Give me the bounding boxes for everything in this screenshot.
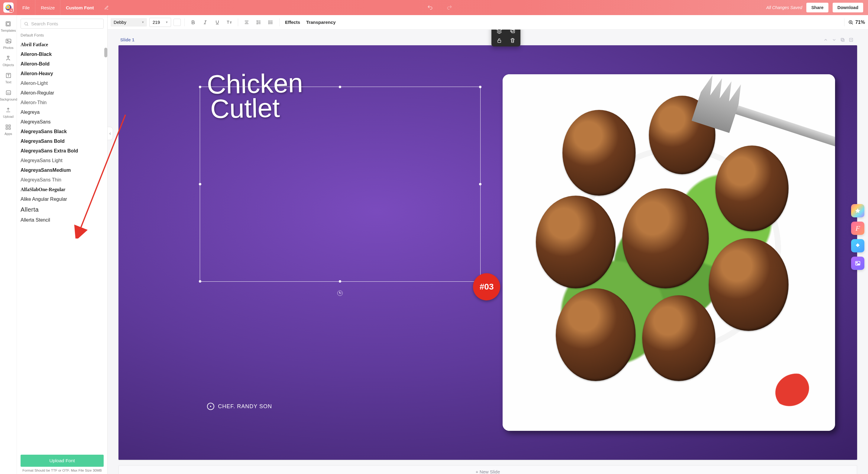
app-logo[interactable]: ✦ xyxy=(0,0,17,15)
float-image-icon[interactable] xyxy=(851,257,864,270)
italic-icon[interactable] xyxy=(200,18,210,27)
resize-handle[interactable] xyxy=(339,280,341,282)
font-family-select[interactable]: Debby ▾ xyxy=(111,18,147,27)
font-list-item[interactable]: AlegreyaSans Thin xyxy=(21,175,104,185)
lock-icon[interactable] xyxy=(494,37,504,43)
text-color-swatch[interactable] xyxy=(174,19,181,26)
font-list-item[interactable]: AlegreyaSansMedium xyxy=(21,165,104,175)
copy-icon[interactable] xyxy=(508,30,518,34)
rail-objects[interactable]: Objects xyxy=(3,55,14,67)
underline-icon[interactable] xyxy=(213,18,222,27)
font-list-item[interactable]: Abril Fatface xyxy=(21,40,104,49)
font-list-item[interactable]: AlfaSlabOne-Regular xyxy=(21,185,104,195)
font-list-item[interactable]: Aileron-Thin xyxy=(21,98,104,107)
context-menu xyxy=(491,30,521,46)
slide-label: Slide 1 xyxy=(120,37,134,42)
float-fill-icon[interactable] xyxy=(851,239,864,252)
search-input-wrap[interactable] xyxy=(21,19,104,29)
resize-handle[interactable] xyxy=(479,86,482,88)
resize-handle[interactable] xyxy=(479,183,482,185)
svg-rect-17 xyxy=(841,38,843,41)
font-list-item[interactable]: Aileron-Bold xyxy=(21,59,104,69)
list-icon[interactable] xyxy=(266,18,276,27)
font-list-item[interactable]: Allerta xyxy=(21,204,104,215)
edit-title-icon[interactable] xyxy=(99,5,114,10)
svg-rect-21 xyxy=(498,40,501,42)
duplicate-slide-icon[interactable] xyxy=(838,37,847,42)
rail-apps[interactable]: Apps xyxy=(4,124,12,136)
resize-handle[interactable] xyxy=(339,86,341,88)
rail-background[interactable]: BG Background xyxy=(0,89,17,101)
add-slide-icon[interactable] xyxy=(847,37,855,42)
chef-caption[interactable]: CHEF. RANDY SON xyxy=(207,403,272,410)
menu-file[interactable]: File xyxy=(17,0,35,15)
transparency-button[interactable]: Transparency xyxy=(304,20,338,25)
font-list-item[interactable]: AlegreyaSans Light xyxy=(21,156,104,165)
menu-resize[interactable]: Resize xyxy=(35,0,60,15)
layers-icon[interactable] xyxy=(494,30,504,34)
svg-rect-7 xyxy=(6,125,8,127)
scrollbar-thumb[interactable] xyxy=(104,48,107,57)
text-case-icon[interactable] xyxy=(224,18,234,27)
chevron-down-icon: ▾ xyxy=(166,20,168,24)
redo-icon[interactable] xyxy=(446,4,453,10)
number-badge[interactable]: #03 xyxy=(473,273,500,300)
delete-icon[interactable] xyxy=(508,37,518,43)
svg-point-12 xyxy=(269,21,269,21)
line-spacing-icon[interactable] xyxy=(254,18,264,27)
undo-icon[interactable] xyxy=(427,4,434,10)
download-button[interactable]: Download xyxy=(833,3,863,12)
selection-box[interactable]: ↻ xyxy=(200,87,480,281)
effects-button[interactable]: Effects xyxy=(283,20,302,25)
rail-text[interactable]: Text xyxy=(5,72,12,84)
slide-canvas[interactable]: Chicken Cutlet ↻ xyxy=(119,45,857,460)
font-list-item[interactable]: Aileron-Light xyxy=(21,78,104,88)
food-image[interactable] xyxy=(503,74,835,431)
svg-rect-16 xyxy=(842,39,844,41)
font-list-item[interactable]: Alike Angular Regular xyxy=(21,195,104,204)
rail-upload[interactable]: Upload xyxy=(3,107,13,118)
resize-handle[interactable] xyxy=(199,183,201,185)
resize-handle[interactable] xyxy=(199,280,201,282)
collapse-sidebar-button[interactable]: ‹ xyxy=(107,127,113,140)
search-input[interactable] xyxy=(31,21,100,26)
toolbar-divider xyxy=(844,19,844,26)
rail-templates[interactable]: Templates xyxy=(1,21,16,32)
slide-up-icon[interactable] xyxy=(822,37,830,42)
topbar: ✦ File Resize Custom Font All Changes Sa… xyxy=(0,0,868,15)
svg-rect-8 xyxy=(9,125,10,127)
rail-label: Objects xyxy=(3,63,14,67)
font-size-select[interactable]: 219 ▾ xyxy=(149,18,171,27)
toolbar-divider xyxy=(184,19,185,26)
font-list-item[interactable]: Aileron-Regular xyxy=(21,88,104,98)
font-section-label: Default Fonts xyxy=(21,32,104,40)
rail-photos[interactable]: Photos xyxy=(3,38,13,49)
rotate-handle[interactable]: ↻ xyxy=(337,291,343,296)
font-list-item[interactable]: AlegreyaSans Bold xyxy=(21,136,104,146)
font-list-item[interactable]: Aileron-Black xyxy=(21,49,104,59)
share-button[interactable]: Share xyxy=(806,3,828,12)
resize-handle[interactable] xyxy=(199,86,201,88)
svg-point-13 xyxy=(269,22,269,23)
float-palette-icon[interactable] xyxy=(851,204,864,217)
font-list-item[interactable]: Allerta Stencil xyxy=(21,215,104,225)
font-list-item[interactable]: Aileron-Heavy xyxy=(21,69,104,78)
font-list-item[interactable]: Alegreya xyxy=(21,107,104,117)
slide-down-icon[interactable] xyxy=(830,37,838,42)
svg-rect-10 xyxy=(9,128,10,130)
font-list-item[interactable]: AlegreyaSans xyxy=(21,117,104,127)
align-icon[interactable] xyxy=(242,18,251,27)
new-slide-button[interactable]: + New Slide xyxy=(119,465,857,474)
rail-label: Background xyxy=(0,98,17,101)
upload-font-button[interactable]: Upload Font xyxy=(21,455,104,467)
rail-label: Templates xyxy=(1,29,16,32)
bold-icon[interactable] xyxy=(188,18,198,27)
rail-label: Upload xyxy=(3,115,13,118)
font-list-item[interactable]: AlegreyaSans Extra Bold xyxy=(21,146,104,156)
zoom-control[interactable]: 71% xyxy=(848,20,865,25)
font-list-item[interactable]: AlegreyaSans Black xyxy=(21,127,104,136)
font-list[interactable]: Default Fonts Abril FatfaceAileron-Black… xyxy=(17,32,107,452)
menu-custom-font[interactable]: Custom Font xyxy=(60,0,99,15)
save-status: All Changes Saved xyxy=(766,5,802,10)
float-font-icon[interactable]: F xyxy=(851,222,864,235)
